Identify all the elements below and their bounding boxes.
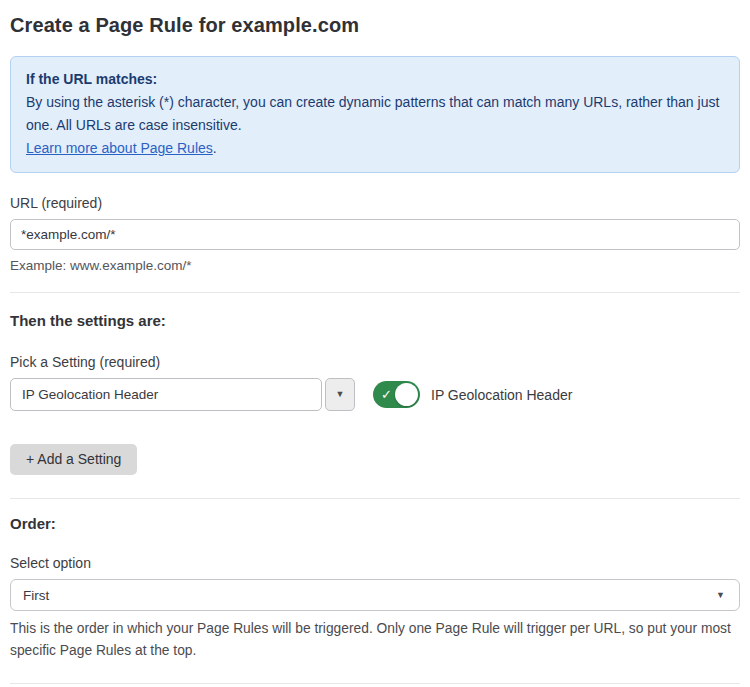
info-box-body: By using the asterisk (*) character, you… (26, 91, 724, 137)
setting-picker-field[interactable]: IP Geolocation Header (10, 378, 322, 411)
url-helper-text: Example: www.example.com/* (10, 258, 740, 273)
setting-picker: IP Geolocation Header ▼ (10, 378, 355, 411)
order-select-label: Select option (10, 555, 740, 571)
learn-more-link[interactable]: Learn more about Page Rules (26, 140, 213, 156)
order-select[interactable]: First ▼ (10, 579, 740, 611)
setting-row: IP Geolocation Header ▼ ✓ IP Geolocation… (10, 378, 740, 411)
url-label: URL (required) (10, 195, 740, 211)
divider (10, 498, 740, 499)
info-box-link-row: Learn more about Page Rules. (26, 137, 724, 160)
link-suffix: . (213, 140, 217, 156)
settings-section-heading: Then the settings are: (10, 312, 740, 329)
toggle-check-icon: ✓ (381, 388, 392, 401)
url-match-info-box: If the URL matches: By using the asteris… (10, 56, 740, 173)
setting-picker-dropdown-button[interactable]: ▼ (325, 378, 355, 411)
toggle-knob (395, 383, 418, 406)
add-setting-button[interactable]: + Add a Setting (10, 444, 137, 475)
url-input[interactable] (10, 219, 740, 250)
pick-setting-label: Pick a Setting (required) (10, 354, 740, 370)
page-title: Create a Page Rule for example.com (10, 14, 740, 37)
info-box-heading: If the URL matches: (26, 68, 724, 91)
ip-geolocation-toggle[interactable]: ✓ (373, 381, 420, 408)
divider (10, 292, 740, 293)
order-description: This is the order in which your Page Rul… (10, 618, 734, 662)
caret-down-icon: ▼ (716, 591, 725, 600)
order-section-heading: Order: (10, 515, 740, 532)
caret-down-icon: ▼ (336, 390, 345, 399)
toggle-label: IP Geolocation Header (431, 387, 572, 403)
divider (10, 683, 740, 684)
order-select-value: First (23, 588, 49, 603)
